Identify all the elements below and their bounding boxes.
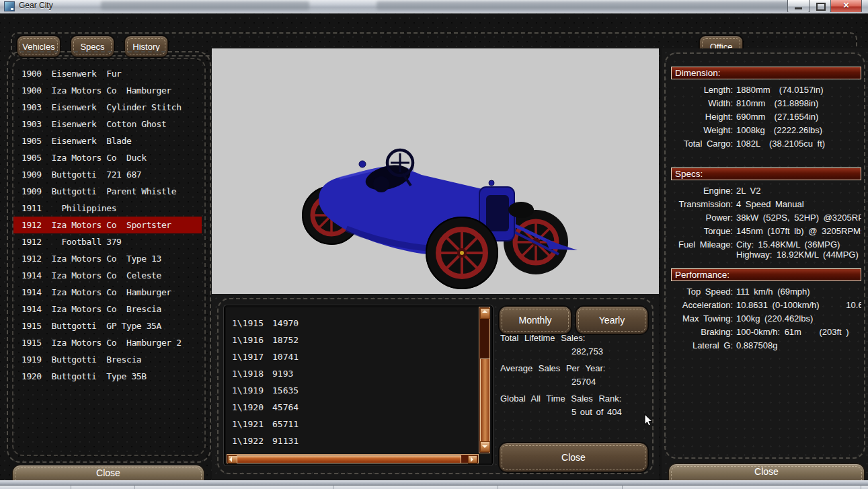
detail-row: Total Cargo: 1082L (38.2105cu ft): [671, 137, 861, 151]
vehicle-list-item[interactable]: 1912 Football 379: [13, 233, 202, 250]
sales-vertical-scrollbar[interactable]: [479, 307, 490, 453]
nav-vehicles-button[interactable]: Vehicles: [17, 36, 61, 57]
car-3d-render: [212, 48, 659, 294]
details-panel: Dimension: Length: 1880mm (74.0157in) Wi…: [662, 48, 868, 480]
average-sales-value: 25704: [500, 375, 656, 389]
arrow-left-icon: [229, 457, 232, 462]
scroll-down-button[interactable]: [480, 441, 490, 452]
scroll-up-button[interactable]: [480, 308, 490, 319]
title-bar[interactable]: Gear City ✕: [0, 0, 868, 13]
detail-row: Fuel Mileage: City: 15.48KM/L (36MPG) Hi…: [671, 238, 861, 260]
tank: [508, 202, 534, 218]
vehicle-list-item[interactable]: 1909 Buttgotti 721 687: [13, 166, 202, 183]
app-icon: [4, 1, 15, 11]
maximize-button[interactable]: [809, 0, 831, 13]
detail-row: Torque: 145nm (107ft lb) @ 3205RPMs: [671, 225, 861, 238]
car-3d-viewport[interactable]: [212, 48, 659, 294]
vehicle-list-item[interactable]: 1912 Iza Motors Co Sportster: [13, 217, 202, 233]
detail-row: Top Speed: 111 km/h (69mph): [671, 285, 861, 299]
vehicle-list-item[interactable]: 1915 Buttgotti GP Type 35A: [13, 317, 202, 334]
details-section: Performance: Top Speed: 111 km/h (69mph)…: [671, 268, 861, 352]
sales-rank-label: Global All Time Sales Rank:: [500, 392, 656, 406]
detail-row: Max Towing: 100kg (220.462lbs): [671, 312, 861, 326]
lifetime-sales-value: 282,753: [500, 345, 656, 359]
scroll-left-button[interactable]: [228, 455, 237, 463]
sales-totals: Total Lifetime Sales: 282,753 Average Sa…: [500, 332, 656, 422]
vehicle-list-item[interactable]: 1914 Iza Motors Co Celeste: [13, 267, 202, 284]
arrow-up-icon: [482, 310, 487, 313]
section-header: Performance:: [671, 268, 861, 281]
near-front-wheel: [426, 217, 498, 289]
details-section: Specs: Engine: 2L V2 Transmission: 4 Spe…: [671, 167, 861, 260]
taskbar-strip: [0, 485, 868, 489]
close-icon: ✕: [831, 1, 861, 10]
vehicle-list-item[interactable]: 1919 Buttgotti Brescia: [13, 351, 202, 368]
window-title: Gear City: [19, 1, 53, 10]
vehicle-list-item[interactable]: 1900 Eisenwerk Fur: [13, 65, 202, 82]
lifetime-sales-label: Total Lifetime Sales:: [500, 332, 656, 345]
sales-rank-value: 5 out of 404: [500, 406, 656, 419]
detail-row: Braking: 100-0km/h: 61m (203ft ): [671, 326, 861, 339]
nav-specs-button[interactable]: Specs: [71, 36, 114, 57]
monthly-button[interactable]: Monthly: [499, 306, 571, 334]
detail-row: Height: 690mm (27.1654in): [671, 110, 861, 124]
detail-row: Engine: 2L V2: [671, 184, 861, 198]
mouse-cursor-icon: [644, 414, 654, 430]
close-window-button[interactable]: ✕: [830, 0, 862, 13]
vehicle-list-item[interactable]: 1909 Buttgotti Parent Whistle: [13, 183, 202, 200]
vehicle-list-item[interactable]: 1914 Iza Motors Co Brescia: [13, 301, 202, 317]
vehicle-list: 1900 Eisenwerk Fur 1900 Iza Motors Co Ha…: [13, 65, 202, 385]
vehicle-list-item[interactable]: 1900 Iza Motors Co Hamburger: [13, 82, 202, 99]
detail-row: Width: 810mm (31.8898in): [671, 97, 861, 110]
sales-row[interactable]: 1\191915635: [232, 382, 461, 399]
sales-horizontal-scrollbar[interactable]: [227, 454, 479, 463]
section-rows: Length: 1880mm (74.0157in) Width: 810mm …: [671, 83, 861, 151]
vertical-scroll-thumb[interactable]: [480, 359, 490, 442]
vehicle-list-item[interactable]: 1905 Eisenwerk Blade: [13, 133, 202, 149]
details-section: Dimension: Length: 1880mm (74.0157in) Wi…: [671, 67, 861, 151]
section-rows: Engine: 2L V2 Transmission: 4 Speed Manu…: [671, 184, 861, 260]
average-sales-label: Average Sales Per Year:: [500, 362, 656, 375]
detail-row: Transmission: 4 Speed Manual: [671, 198, 861, 211]
horizontal-scroll-thumb[interactable]: [237, 455, 461, 463]
background-window-blur: [377, 1, 793, 10]
maximize-icon: [816, 3, 826, 11]
section-header: Specs:: [671, 167, 861, 180]
detail-row: Length: 1880mm (74.0157in): [671, 83, 861, 97]
sales-row[interactable]: 1\192291131: [232, 432, 461, 449]
sales-row[interactable]: 1\191618752: [232, 332, 461, 348]
vehicle-list-item[interactable]: 1903 Eisenwerk Cotton Ghost: [13, 116, 202, 133]
sales-row[interactable]: 1\191710741: [232, 348, 461, 365]
vehicle-list-item[interactable]: 1915 Iza Motors Co Hamburger 2: [13, 334, 202, 351]
detail-row: Lateral G: 0.887508g: [671, 339, 861, 352]
sales-close-button[interactable]: Close: [499, 443, 648, 472]
sales-row[interactable]: 1\19189193: [232, 365, 461, 382]
arrow-down-icon: [482, 445, 487, 448]
vehicle-list-item[interactable]: 1911 Philippines: [13, 200, 202, 217]
sales-list: 1\191514970 1\191618752 1\191710741 1\19…: [232, 315, 461, 449]
detail-row: Acceleration: 10.8631 (0-100km/h) 10.667…: [671, 299, 861, 312]
yearly-button[interactable]: Yearly: [576, 306, 648, 334]
vehicle-list-item[interactable]: 1912 Iza Motors Co Type 13: [13, 250, 202, 267]
window-frame-bottom: [0, 480, 868, 485]
scroll-right-button[interactable]: [468, 455, 477, 463]
section-rows: Top Speed: 111 km/h (69mph) Acceleration…: [671, 285, 861, 352]
sales-row[interactable]: 1\192165711: [232, 416, 461, 432]
arrow-right-icon: [471, 457, 473, 462]
vehicle-list-item[interactable]: 1905 Iza Motors Co Duck: [13, 149, 202, 166]
sales-row[interactable]: 1\191514970: [232, 315, 461, 332]
minimize-button[interactable]: [787, 0, 810, 13]
vehicle-list-item[interactable]: 1903 Eisenwerk Cylinder Stitch: [13, 99, 202, 116]
background-window-blur: [101, 1, 309, 10]
vehicle-list-item[interactable]: 1914 Iza Motors Co Hamburger: [13, 284, 202, 301]
sales-row[interactable]: 1\192045764: [232, 399, 461, 416]
vehicle-list-item[interactable]: 1920 Buttgotti Type 35B: [13, 368, 202, 385]
section-header: Dimension:: [671, 67, 861, 79]
nav-history-button[interactable]: History: [124, 36, 168, 57]
gear-city-window: Gear City ✕ Vehicles Specs History Offic…: [0, 0, 868, 489]
minimize-icon: [795, 7, 802, 9]
detail-row: Weight: 1008kg (2222.26lbs): [671, 124, 861, 137]
detail-row: Power: 38kW (52PS, 52HP) @3205RPMs: [671, 211, 861, 225]
